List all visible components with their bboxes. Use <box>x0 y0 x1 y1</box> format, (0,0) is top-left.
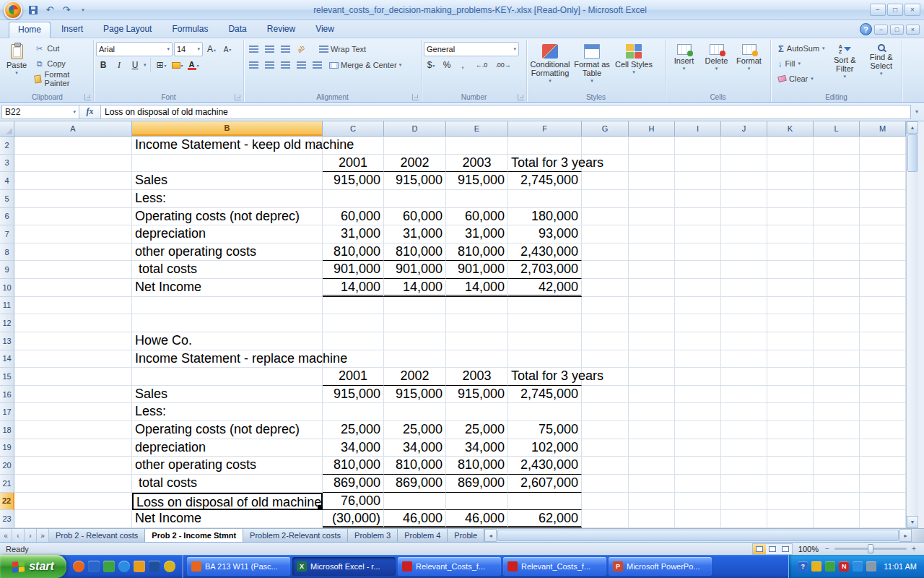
cell-G11[interactable] <box>582 297 629 315</box>
cell-G13[interactable] <box>582 332 629 350</box>
redo-button[interactable]: ↷ <box>59 4 74 17</box>
select-all-button[interactable] <box>0 121 14 136</box>
cell-A9[interactable] <box>14 261 132 279</box>
percent-style-button[interactable]: % <box>440 58 454 72</box>
row-header-10[interactable]: 10 <box>0 279 14 297</box>
cell-D18[interactable]: 25,000 <box>384 421 446 439</box>
cell-G18[interactable] <box>582 421 629 439</box>
cell-M13[interactable] <box>860 332 906 350</box>
sheet-tab-prob-2-relevant-costs[interactable]: Prob 2 - Relevant costs <box>49 529 145 542</box>
cell-L5[interactable] <box>814 190 860 208</box>
cell-F13[interactable] <box>508 332 582 350</box>
cell-G19[interactable] <box>582 439 629 457</box>
cell-B22[interactable]: Loss on disposal of old machine <box>132 493 323 511</box>
cell-C19[interactable]: 34,000 <box>323 439 384 457</box>
row-header-23[interactable]: 23 <box>0 510 14 528</box>
scroll-right-button[interactable]: ► <box>899 529 912 542</box>
cell-H3[interactable] <box>629 155 675 173</box>
cell-F18[interactable]: 75,000 <box>508 421 582 439</box>
cell-C22[interactable]: 76,000 <box>323 493 384 511</box>
cell-B23[interactable]: Net Income <box>132 510 323 528</box>
vertical-scroll-track[interactable] <box>907 173 918 516</box>
cell-I14[interactable] <box>675 350 721 368</box>
wrap-text-button[interactable]: Wrap Text <box>315 42 370 56</box>
cell-A17[interactable] <box>14 403 132 421</box>
cell-C7[interactable]: 31,000 <box>323 225 384 243</box>
row-header-6[interactable]: 6 <box>0 208 14 226</box>
vertical-scroll-thumb[interactable] <box>907 134 918 172</box>
cell-E7[interactable]: 31,000 <box>446 225 508 243</box>
cell-E4[interactable]: 915,000 <box>446 172 508 190</box>
office-button[interactable] <box>4 1 22 20</box>
cell-E15[interactable]: 2003 <box>446 368 508 386</box>
tab-home[interactable]: Home <box>9 22 51 38</box>
workbook-minimize-button[interactable]: − <box>874 25 888 35</box>
cell-M18[interactable] <box>860 421 906 439</box>
dialog-launcher-icon[interactable] <box>518 94 524 100</box>
quick-launch-icon-1[interactable] <box>73 561 84 572</box>
cell-A11[interactable] <box>14 297 132 315</box>
cell-G21[interactable] <box>582 475 629 493</box>
cell-L6[interactable] <box>814 208 860 226</box>
row-header-14[interactable]: 14 <box>0 350 14 368</box>
cell-L23[interactable] <box>814 510 860 528</box>
cut-button[interactable]: ✂Cut <box>31 41 91 56</box>
cell-D6[interactable]: 60,000 <box>384 208 446 226</box>
expand-formula-bar-button[interactable]: ▾ <box>911 105 923 119</box>
sheet-tab-proble[interactable]: Proble <box>448 529 484 542</box>
cell-M20[interactable] <box>860 457 906 475</box>
cell-K16[interactable] <box>767 386 814 404</box>
cell-D23[interactable]: 46,000 <box>384 510 446 528</box>
row-header-8[interactable]: 8 <box>0 243 14 262</box>
tab-view[interactable]: View <box>306 21 344 38</box>
row-header-11[interactable]: 11 <box>0 297 14 315</box>
cell-L17[interactable] <box>814 403 860 421</box>
cell-D7[interactable]: 31,000 <box>384 225 446 243</box>
cell-J5[interactable] <box>721 190 767 208</box>
cell-H6[interactable] <box>629 208 675 226</box>
tab-page-layout[interactable]: Page Layout <box>94 21 161 38</box>
help-button[interactable]: ? <box>860 23 872 35</box>
quick-launch-icon-4[interactable] <box>118 561 130 572</box>
cell-K9[interactable] <box>767 261 814 279</box>
cell-M17[interactable] <box>860 403 906 421</box>
tab-review[interactable]: Review <box>258 21 305 38</box>
bold-button[interactable]: B <box>96 58 110 72</box>
row-header-2[interactable]: 2 <box>0 137 14 155</box>
orientation-button[interactable]: ab <box>294 42 308 56</box>
cell-C16[interactable]: 915,000 <box>323 386 384 404</box>
cell-A23[interactable] <box>14 510 132 528</box>
cell-E13[interactable] <box>446 332 508 350</box>
cell-B6[interactable]: Operating costs (not deprec) <box>132 208 323 226</box>
cell-M23[interactable] <box>860 510 906 528</box>
cell-I2[interactable] <box>675 137 721 155</box>
cell-F10[interactable]: 42,000 <box>508 279 582 297</box>
cell-L2[interactable] <box>814 137 860 155</box>
help-tray-icon[interactable]: ? <box>798 561 808 571</box>
cell-B5[interactable]: Less: <box>132 190 323 208</box>
taskbar-window-ba-213-w11-pasc[interactable]: BA 213 W11 (Pasc... <box>187 557 290 576</box>
cell-B7[interactable]: depreciation <box>132 225 323 243</box>
column-header-K[interactable]: K <box>767 121 814 136</box>
cell-G22[interactable] <box>582 493 629 511</box>
insert-function-button[interactable]: fx <box>79 105 101 119</box>
cell-C23[interactable]: (30,000) <box>323 510 384 528</box>
cell-C5[interactable] <box>323 190 384 208</box>
cell-H7[interactable] <box>629 225 675 243</box>
zoom-in-button[interactable]: + <box>910 545 918 553</box>
copy-button[interactable]: ⧉Copy <box>31 56 91 71</box>
cell-D21[interactable]: 869,000 <box>384 475 446 493</box>
cell-I7[interactable] <box>675 225 721 243</box>
cell-G5[interactable] <box>582 190 629 208</box>
cell-I13[interactable] <box>675 332 721 350</box>
row-header-16[interactable]: 16 <box>0 386 14 404</box>
dialog-launcher-icon[interactable] <box>412 94 419 100</box>
cell-H11[interactable] <box>629 297 675 315</box>
cell-F23[interactable]: 62,000 <box>508 510 582 528</box>
cell-L20[interactable] <box>814 457 860 475</box>
column-header-J[interactable]: J <box>721 121 767 136</box>
cell-I17[interactable] <box>675 403 721 421</box>
cell-B9[interactable]: total costs <box>132 261 323 279</box>
cell-I22[interactable] <box>675 493 721 511</box>
cell-M12[interactable] <box>860 314 906 332</box>
